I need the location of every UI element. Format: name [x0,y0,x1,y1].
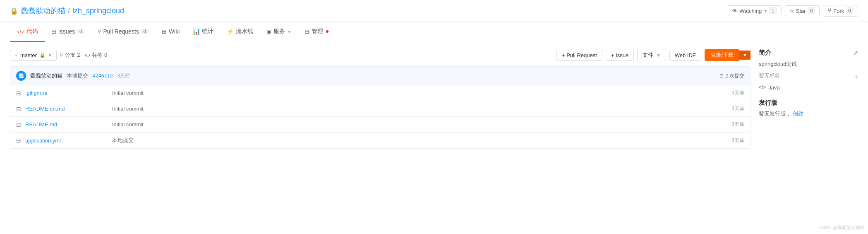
file-time: 3天前 [731,137,744,144]
star-icon: ☆ [789,8,794,14]
file-name[interactable]: README.md [25,121,108,128]
services-icon: ◉ [266,28,271,35]
nav-item-wiki[interactable]: ⊞ Wiki [155,22,186,41]
pull-request-button[interactable]: + Pull Request [556,50,602,61]
clone-chevron-icon: ▼ [743,53,747,58]
watch-count: 1 [769,7,777,14]
header-bar: 🔒 蠢蠢欲动的猫 / lzh_springcloud 👁 Watching ▼ … [0,0,868,22]
issues-badge: 0 [77,29,84,34]
clone-main-button[interactable]: 克隆/下载 [705,49,739,61]
nav-label-pr: Pull Requests [103,28,139,35]
commit-message: 本地提交 [67,72,88,80]
file-name[interactable]: application.yml [25,138,108,144]
wiki-icon: ⊞ [162,28,167,35]
file-button[interactable]: 文件 ▼ [637,49,666,61]
commit-count-icon: ⊟ [719,73,724,79]
commit-hash[interactable]: 4246c1e [92,73,113,79]
branches-icon: ⑂ [60,52,63,58]
commit-count-label: 2 次提交 [725,72,744,80]
commit-count-area: ⊟ 2 次提交 [719,72,744,80]
nav-item-pipeline[interactable]: ⚡ 流水线 [220,22,260,42]
fork-label: Fork [833,8,844,14]
sidebar-intro-section: 简介 ↗ springcloud测试 暂无标签 + </> Java [759,49,858,91]
sidebar-release-info: 暂无发行版， 创建 [759,110,858,118]
file-chevron-icon: ▼ [657,53,661,58]
nav-item-code[interactable]: </> 代码 [10,22,45,42]
toolbar: ⑂ master 🔒 ▼ ⑂ 分支 2 🏷 标签 0 + Pull Reques… [10,49,751,61]
branches-info: ⑂ 分支 2 [60,51,80,59]
nav-item-admin[interactable]: ⊟ 管理 [298,22,335,42]
table-row: ⊟ README.md Initial commit 3天前 [10,117,750,133]
services-chevron-icon: ▼ [287,29,291,34]
sidebar-intro-title: 简介 ↗ [759,49,858,57]
nav-item-pullrequests[interactable]: ⑂ Pull Requests 0 [91,22,155,41]
fork-count: 0 [846,7,854,14]
branch-selector[interactable]: ⑂ master 🔒 ▼ [10,50,57,61]
nav-label-code: 代码 [26,28,38,35]
nav-label-pipeline: 流水线 [236,28,253,35]
nav-label-services: 服务 [273,28,285,35]
file-commit-msg: Initial commit [112,106,727,112]
tags-icon: 🏷 [85,52,90,58]
fork-button[interactable]: ⑂ Fork 0 [823,5,858,17]
admin-dot [326,30,328,33]
commit-author[interactable]: 蠢蠢欲动的猫 [30,72,62,80]
branch-lock-icon: 🔒 [39,52,46,58]
avatar: 蠢 [16,71,26,81]
toolbar-right: + Pull Request + Issue 文件 ▼ Web IDE 克隆/下… [556,49,751,61]
tags-info: 🏷 标签 0 [85,51,107,59]
clone-dropdown-button[interactable]: ▼ [739,51,751,60]
language-label: Java [768,84,779,91]
commit-time: 3天前 [117,72,130,80]
file-time: 3天前 [731,121,744,128]
repo-name[interactable]: lzh_springcloud [72,7,124,15]
star-button[interactable]: ☆ Star 0 [785,5,820,16]
file-name[interactable]: README.en.md [25,106,108,112]
star-count: 0 [808,7,815,14]
nav-label-issues: Issues [58,28,75,35]
edit-icon[interactable]: ↗ [853,50,858,56]
table-row: ⊟ .gitignore Initial commit 3天前 [10,85,750,101]
branch-icon: ⑂ [14,52,18,58]
header-actions: 👁 Watching ▼ 1 ☆ Star 0 ⑂ Fork 0 [728,5,858,17]
add-tag-button[interactable]: + [854,73,858,81]
admin-icon: ⊟ [305,28,309,35]
nav-item-issues[interactable]: ⊟ Issues 0 [45,22,91,41]
sidebar-tags-placeholder: 暂无标签 [759,72,780,80]
file-icon: ⊟ [16,137,21,144]
web-ide-button[interactable]: Web IDE [669,50,702,61]
sidebar-release-title: 发行版 [759,99,858,107]
watch-button[interactable]: 👁 Watching ▼ 1 [728,5,781,16]
file-label: 文件 [643,52,653,58]
watch-chevron-icon: ▼ [763,9,767,13]
nav-item-services[interactable]: ◉ 服务 ▼ [260,22,298,42]
file-icon: ⊟ [16,90,21,96]
nav-label-admin: 管理 [312,28,323,35]
create-release-link[interactable]: 创建 [793,111,803,117]
tags-label: 标签 0 [92,51,107,59]
org-name[interactable]: 蠢蠢欲动的猫 [21,6,65,16]
sidebar-release-text: 暂无发行版， [759,111,791,117]
repo-area: ⑂ master 🔒 ▼ ⑂ 分支 2 🏷 标签 0 + Pull Reques… [10,49,751,149]
file-name[interactable]: .gitignore [25,90,108,96]
file-commit-msg: Initial commit [112,90,727,96]
stats-icon: 📊 [193,28,200,35]
clone-button[interactable]: 克隆/下载 ▼ [705,49,751,61]
issue-button[interactable]: + Issue [606,50,634,61]
nav-label-stats: 统计 [202,28,213,35]
nav-item-stats[interactable]: 📊 统计 [186,22,220,42]
file-time: 3天前 [731,89,744,96]
sidebar-language: </> Java [759,84,858,91]
file-time: 3天前 [731,105,744,112]
branches-label: 分支 2 [65,51,80,59]
language-icon: </> [759,84,766,90]
star-label: Star [796,8,806,14]
repo-title: 🔒 蠢蠢欲动的猫 / lzh_springcloud [10,6,124,16]
file-commit-msg: 本地提交 [112,137,727,144]
nav-bar: </> 代码 ⊟ Issues 0 ⑂ Pull Requests 0 ⊞ Wi… [0,22,868,42]
file-commit-msg: Initial commit [112,121,727,128]
pr-icon: ⑂ [98,28,101,35]
branch-meta: ⑂ 分支 2 🏷 标签 0 [60,51,108,59]
pr-badge: 0 [141,29,149,34]
branch-chevron-icon: ▼ [48,53,52,58]
